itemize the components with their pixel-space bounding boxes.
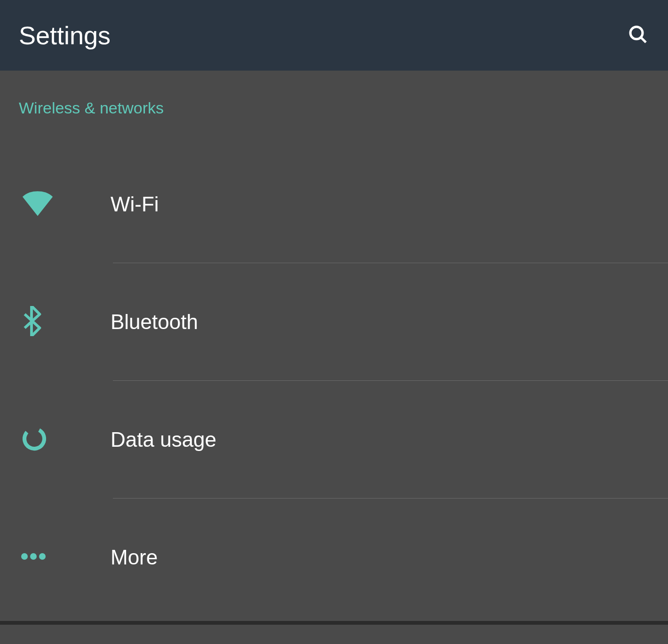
settings-item-label: Wi-Fi: [111, 193, 159, 216]
settings-item-more[interactable]: More: [0, 499, 668, 616]
section-divider: [0, 621, 668, 625]
search-icon[interactable]: [627, 23, 649, 48]
svg-point-4: [30, 553, 37, 560]
settings-item-label: Bluetooth: [111, 310, 198, 334]
svg-point-5: [39, 553, 46, 560]
settings-content: Wireless & networks Wi-Fi Bluetooth: [0, 71, 668, 616]
section-header-wireless: Wireless & networks: [0, 99, 668, 117]
more-icon: [21, 553, 46, 562]
svg-point-3: [21, 553, 28, 560]
page-title: Settings: [19, 21, 111, 50]
bluetooth-icon: [21, 306, 42, 338]
settings-item-wifi[interactable]: Wi-Fi: [0, 145, 668, 263]
svg-line-1: [641, 37, 646, 42]
wifi-icon: [21, 191, 54, 218]
settings-item-bluetooth[interactable]: Bluetooth: [0, 263, 668, 381]
app-header: Settings: [0, 0, 668, 71]
settings-item-label: More: [111, 546, 158, 569]
settings-item-label: Data usage: [111, 428, 216, 451]
svg-point-0: [630, 27, 643, 39]
settings-item-data-usage[interactable]: Data usage: [0, 381, 668, 499]
data-usage-icon: [21, 426, 48, 454]
svg-point-2: [21, 426, 48, 452]
